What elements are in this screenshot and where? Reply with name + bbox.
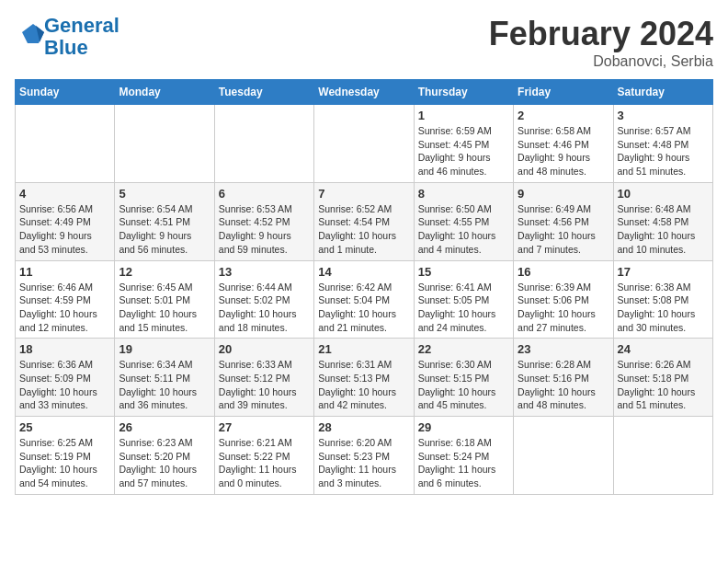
day-info: Sunrise: 6:23 AM Sunset: 5:20 PM Dayligh… xyxy=(119,436,210,490)
calendar-cell: 9Sunrise: 6:49 AM Sunset: 4:56 PM Daylig… xyxy=(514,182,613,260)
title-block: February 2024 Dobanovci, Serbia xyxy=(489,15,713,70)
logo-text: General Blue xyxy=(44,15,119,59)
day-number: 2 xyxy=(518,109,609,122)
day-number: 11 xyxy=(19,265,110,279)
calendar-cell: 2Sunrise: 6:58 AM Sunset: 4:46 PM Daylig… xyxy=(514,105,613,183)
day-number: 13 xyxy=(219,265,310,279)
calendar-week-2: 4Sunrise: 6:56 AM Sunset: 4:49 PM Daylig… xyxy=(16,182,713,260)
day-info: Sunrise: 6:57 AM Sunset: 4:48 PM Dayligh… xyxy=(618,124,709,178)
calendar-cell: 20Sunrise: 6:33 AM Sunset: 5:12 PM Dayli… xyxy=(214,339,313,417)
day-number: 5 xyxy=(119,187,210,201)
weekday-header-thursday: Thursday xyxy=(414,80,513,105)
calendar-week-4: 18Sunrise: 6:36 AM Sunset: 5:09 PM Dayli… xyxy=(16,339,713,417)
day-info: Sunrise: 6:21 AM Sunset: 5:22 PM Dayligh… xyxy=(219,436,310,490)
weekday-header-sunday: Sunday xyxy=(16,80,115,105)
calendar-cell xyxy=(314,105,414,183)
day-number: 7 xyxy=(318,187,409,201)
weekday-header-tuesday: Tuesday xyxy=(214,80,313,105)
day-number: 20 xyxy=(219,342,310,356)
day-number: 27 xyxy=(219,420,310,434)
calendar-cell: 27Sunrise: 6:21 AM Sunset: 5:22 PM Dayli… xyxy=(214,417,313,495)
calendar-cell xyxy=(214,105,313,183)
day-info: Sunrise: 6:33 AM Sunset: 5:12 PM Dayligh… xyxy=(219,358,310,412)
day-info: Sunrise: 6:18 AM Sunset: 5:24 PM Dayligh… xyxy=(418,436,509,490)
logo-icon xyxy=(17,21,44,49)
day-info: Sunrise: 6:42 AM Sunset: 5:04 PM Dayligh… xyxy=(318,281,409,335)
day-info: Sunrise: 6:48 AM Sunset: 4:58 PM Dayligh… xyxy=(618,202,709,257)
day-info: Sunrise: 6:56 AM Sunset: 4:49 PM Dayligh… xyxy=(19,202,110,257)
day-info: Sunrise: 6:52 AM Sunset: 4:54 PM Dayligh… xyxy=(318,202,409,257)
calendar-cell: 29Sunrise: 6:18 AM Sunset: 5:24 PM Dayli… xyxy=(414,417,513,495)
weekday-header-saturday: Saturday xyxy=(613,80,712,105)
day-info: Sunrise: 6:49 AM Sunset: 4:56 PM Dayligh… xyxy=(518,202,609,257)
day-number: 14 xyxy=(318,265,409,279)
day-number: 24 xyxy=(618,342,709,356)
day-number: 16 xyxy=(518,265,609,279)
calendar-cell: 22Sunrise: 6:30 AM Sunset: 5:15 PM Dayli… xyxy=(414,339,513,417)
day-number: 12 xyxy=(119,265,210,279)
calendar-table: SundayMondayTuesdayWednesdayThursdayFrid… xyxy=(15,79,713,495)
calendar-cell: 19Sunrise: 6:34 AM Sunset: 5:11 PM Dayli… xyxy=(115,339,214,417)
day-number: 17 xyxy=(618,265,709,279)
day-info: Sunrise: 6:53 AM Sunset: 4:52 PM Dayligh… xyxy=(219,202,310,257)
day-number: 3 xyxy=(618,109,709,122)
logo: General Blue xyxy=(15,15,119,59)
day-info: Sunrise: 6:20 AM Sunset: 5:23 PM Dayligh… xyxy=(318,436,409,490)
day-info: Sunrise: 6:26 AM Sunset: 5:18 PM Dayligh… xyxy=(618,358,709,412)
day-info: Sunrise: 6:41 AM Sunset: 5:05 PM Dayligh… xyxy=(418,281,509,335)
day-info: Sunrise: 6:54 AM Sunset: 4:51 PM Dayligh… xyxy=(119,202,210,257)
day-info: Sunrise: 6:45 AM Sunset: 5:01 PM Dayligh… xyxy=(119,281,210,335)
day-info: Sunrise: 6:39 AM Sunset: 5:06 PM Dayligh… xyxy=(518,281,609,335)
weekday-header-row: SundayMondayTuesdayWednesdayThursdayFrid… xyxy=(16,80,713,105)
day-info: Sunrise: 6:25 AM Sunset: 5:19 PM Dayligh… xyxy=(19,436,110,490)
calendar-week-5: 25Sunrise: 6:25 AM Sunset: 5:19 PM Dayli… xyxy=(16,417,713,495)
calendar-cell xyxy=(514,417,613,495)
page-header: General Blue February 2024 Dobanovci, Se… xyxy=(15,15,713,70)
day-number: 22 xyxy=(418,342,509,356)
day-number: 18 xyxy=(19,342,110,356)
calendar-cell: 13Sunrise: 6:44 AM Sunset: 5:02 PM Dayli… xyxy=(214,260,313,339)
day-number: 23 xyxy=(518,342,609,356)
day-info: Sunrise: 6:38 AM Sunset: 5:08 PM Dayligh… xyxy=(618,281,709,335)
calendar-cell: 26Sunrise: 6:23 AM Sunset: 5:20 PM Dayli… xyxy=(115,417,214,495)
calendar-cell: 17Sunrise: 6:38 AM Sunset: 5:08 PM Dayli… xyxy=(613,260,712,339)
calendar-week-3: 11Sunrise: 6:46 AM Sunset: 4:59 PM Dayli… xyxy=(16,260,713,339)
calendar-cell xyxy=(115,105,214,183)
weekday-header-wednesday: Wednesday xyxy=(314,80,414,105)
day-number: 25 xyxy=(19,420,110,434)
day-number: 6 xyxy=(219,187,310,201)
day-info: Sunrise: 6:34 AM Sunset: 5:11 PM Dayligh… xyxy=(119,358,210,412)
day-info: Sunrise: 6:58 AM Sunset: 4:46 PM Dayligh… xyxy=(518,124,609,178)
weekday-header-friday: Friday xyxy=(514,80,613,105)
calendar-cell: 21Sunrise: 6:31 AM Sunset: 5:13 PM Dayli… xyxy=(314,339,414,417)
calendar-cell: 11Sunrise: 6:46 AM Sunset: 4:59 PM Dayli… xyxy=(16,260,115,339)
calendar-cell: 25Sunrise: 6:25 AM Sunset: 5:19 PM Dayli… xyxy=(16,417,115,495)
calendar-cell: 4Sunrise: 6:56 AM Sunset: 4:49 PM Daylig… xyxy=(16,182,115,260)
day-number: 19 xyxy=(119,342,210,356)
calendar-cell: 1Sunrise: 6:59 AM Sunset: 4:45 PM Daylig… xyxy=(414,105,513,183)
calendar-cell: 3Sunrise: 6:57 AM Sunset: 4:48 PM Daylig… xyxy=(613,105,712,183)
day-number: 28 xyxy=(318,420,409,434)
calendar-cell: 28Sunrise: 6:20 AM Sunset: 5:23 PM Dayli… xyxy=(314,417,414,495)
day-number: 4 xyxy=(19,187,110,201)
day-number: 9 xyxy=(518,187,609,201)
calendar-cell: 24Sunrise: 6:26 AM Sunset: 5:18 PM Dayli… xyxy=(613,339,712,417)
calendar-week-1: 1Sunrise: 6:59 AM Sunset: 4:45 PM Daylig… xyxy=(16,105,713,183)
calendar-cell: 6Sunrise: 6:53 AM Sunset: 4:52 PM Daylig… xyxy=(214,182,313,260)
calendar-cell xyxy=(613,417,712,495)
calendar-cell: 23Sunrise: 6:28 AM Sunset: 5:16 PM Dayli… xyxy=(514,339,613,417)
weekday-header-monday: Monday xyxy=(115,80,214,105)
day-info: Sunrise: 6:28 AM Sunset: 5:16 PM Dayligh… xyxy=(518,358,609,412)
calendar-body: 1Sunrise: 6:59 AM Sunset: 4:45 PM Daylig… xyxy=(16,105,713,495)
day-info: Sunrise: 6:59 AM Sunset: 4:45 PM Dayligh… xyxy=(418,124,509,178)
calendar-cell: 14Sunrise: 6:42 AM Sunset: 5:04 PM Dayli… xyxy=(314,260,414,339)
day-number: 21 xyxy=(318,342,409,356)
day-info: Sunrise: 6:36 AM Sunset: 5:09 PM Dayligh… xyxy=(19,358,110,412)
calendar-cell xyxy=(16,105,115,183)
day-info: Sunrise: 6:44 AM Sunset: 5:02 PM Dayligh… xyxy=(219,281,310,335)
day-number: 15 xyxy=(418,265,509,279)
day-info: Sunrise: 6:46 AM Sunset: 4:59 PM Dayligh… xyxy=(19,281,110,335)
calendar-cell: 15Sunrise: 6:41 AM Sunset: 5:05 PM Dayli… xyxy=(414,260,513,339)
calendar-cell: 10Sunrise: 6:48 AM Sunset: 4:58 PM Dayli… xyxy=(613,182,712,260)
location-subtitle: Dobanovci, Serbia xyxy=(489,53,713,70)
